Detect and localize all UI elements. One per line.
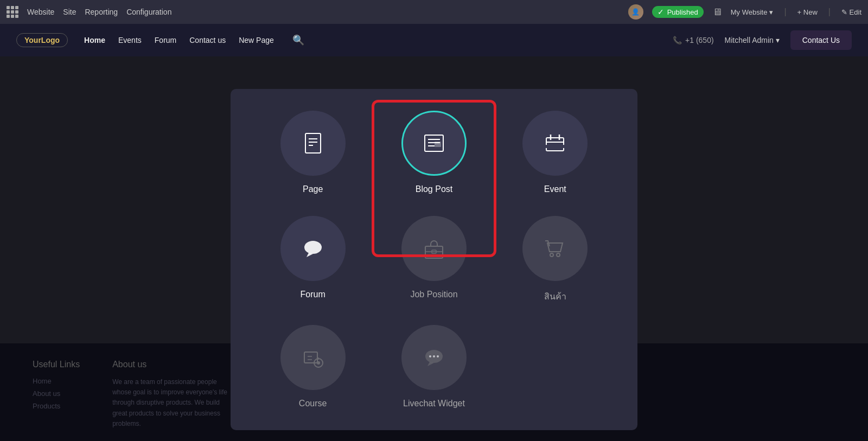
desktop-icon[interactable]: 🖥 [712,7,722,18]
content-type-grid: Page [258,111,610,408]
page-svg-icon [300,130,326,156]
svg-point-24 [317,361,320,365]
forum-svg-icon [300,235,326,261]
search-icon[interactable]: 🔍 [292,34,304,46]
svg-point-30 [429,355,431,357]
content-type-forum[interactable]: Forum [280,216,346,303]
nav-admin-user[interactable]: Mitchell Admin ▾ [725,36,780,44]
admin-nav-configuration[interactable]: Configuration [126,8,171,16]
event-svg-icon [542,130,568,156]
admin-nav-reporting[interactable]: Reporting [85,8,118,16]
nav-phone: 📞 +1 (650) [673,36,714,44]
forum-label: Forum [301,290,326,299]
svg-point-13 [545,145,548,148]
shop-label: สินค้า [544,290,566,303]
avatar[interactable]: 👤 [628,4,643,20]
page-icon-circle [280,111,346,176]
modal-overlay[interactable]: Page [0,56,868,441]
svg-rect-17 [425,246,443,258]
svg-point-31 [433,355,435,357]
content-type-job-position[interactable]: Job Position [401,216,467,303]
svg-rect-8 [435,142,441,147]
content-type-shop[interactable]: สินค้า [522,216,588,303]
grid-menu-icon[interactable] [7,6,18,18]
contact-button[interactable]: Contact Us [790,30,852,50]
logo-text: YourLogo [24,36,60,44]
nav-contact-us[interactable]: Contact us [189,36,226,44]
blog-post-icon-circle [401,111,467,176]
admin-bar: Website Site Reporting Configuration 👤 ✓… [0,0,868,24]
main-content: lcome to Homepa ck on Edit in the to r t… [0,56,868,441]
check-icon: ✓ [658,8,664,16]
content-type-page[interactable]: Page [280,111,346,194]
event-label: Event [544,184,566,194]
svg-point-15 [304,241,322,254]
admin-nav-website[interactable]: Website [27,8,54,16]
content-type-course[interactable]: Course [280,325,346,408]
nav-home[interactable]: Home [84,36,105,44]
new-content-modal: Page [231,89,637,430]
job-label: Job Position [410,290,457,299]
forum-icon-circle [280,216,346,281]
published-badge[interactable]: ✓ Published [652,6,704,18]
blog-post-svg-icon [420,130,448,157]
my-website-label: My Website [731,8,768,16]
course-icon-circle [280,325,346,390]
phone-icon: 📞 [673,36,682,44]
admin-chevron-icon: ▾ [776,36,780,44]
nav-right: 📞 +1 (650) Mitchell Admin ▾ Contact Us [673,30,852,50]
phone-number: +1 (650) [685,36,714,44]
shop-icon-circle [522,216,588,281]
divider: | [784,7,786,17]
edit-button[interactable]: ✎ Edit [841,8,861,16]
job-svg-icon [421,235,447,261]
nav-links: Home Events Forum Contact us New Page 🔍 [84,34,673,46]
svg-point-32 [437,355,439,357]
svg-point-21 [557,253,560,257]
new-button[interactable]: + New [797,8,818,16]
blog-post-wrapper: Blog Post [401,111,467,194]
nav-events[interactable]: Events [118,36,142,44]
website-nav: YourLogo Home Events Forum Contact us Ne… [0,24,868,56]
svg-rect-0 [305,133,321,153]
my-website-button[interactable]: My Website ▾ [731,8,774,16]
avatar-image: 👤 [628,4,643,20]
svg-point-14 [562,145,565,148]
svg-rect-22 [304,352,317,363]
published-label: Published [667,8,698,16]
admin-bar-right: 👤 ✓ Published 🖥 My Website ▾ | + New | ✎… [628,4,861,20]
svg-point-20 [550,253,553,257]
admin-bar-left: Website Site Reporting Configuration [7,6,620,18]
shop-svg-icon [542,235,568,261]
nav-forum[interactable]: Forum [155,36,176,44]
divider2: | [828,7,831,17]
blog-post-label: Blog Post [416,184,452,194]
livechat-svg-icon [421,344,447,370]
content-type-livechat[interactable]: Livechat Widget [401,325,467,408]
chevron-down-icon: ▾ [769,8,773,16]
svg-rect-9 [546,138,564,151]
content-type-blog-post[interactable]: Blog Post [401,111,467,194]
admin-nav-site[interactable]: Site [63,8,76,16]
course-label: Course [299,399,327,408]
job-icon-circle [401,216,467,281]
content-type-event[interactable]: Event [522,111,588,194]
page-label: Page [303,184,323,194]
event-icon-circle [522,111,588,176]
logo[interactable]: YourLogo [16,33,68,47]
course-svg-icon [300,344,326,370]
livechat-label: Livechat Widget [403,399,465,408]
nav-new-page[interactable]: New Page [239,36,274,44]
livechat-icon-circle [401,325,467,390]
admin-user-label: Mitchell Admin [725,36,774,44]
